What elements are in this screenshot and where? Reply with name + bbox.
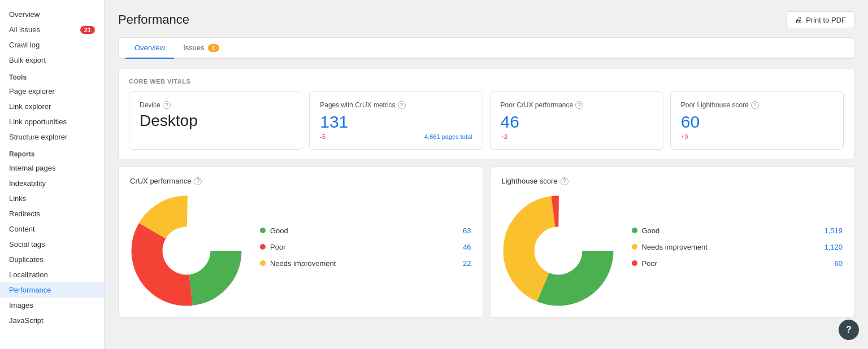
crux-pages-info-icon[interactable]: ?: [398, 101, 406, 109]
poor-lighthouse-value: 60: [681, 112, 833, 131]
crux-chart-info-icon[interactable]: ?: [194, 177, 202, 185]
sidebar-item-page-explorer[interactable]: Page explorer: [0, 84, 104, 99]
sidebar-item-images[interactable]: Images: [0, 298, 104, 313]
crux-donut: [130, 194, 243, 307]
metric-cards: Device ? Desktop Pages with CrUX metrics…: [129, 91, 844, 150]
lh-legend-item-poor: Poor 60: [632, 259, 843, 268]
print-icon: 🖨: [795, 15, 802, 24]
crux-chart-content: Good 63 Poor 46 Needs: [130, 194, 471, 307]
lh-legend-item-good: Good 1,519: [632, 226, 843, 235]
crux-poor-value: 46: [463, 243, 471, 251]
reports-header: Reports: [0, 145, 104, 160]
tab-issues[interactable]: Issues 1: [174, 38, 228, 59]
metric-card-device: Device ? Desktop: [129, 91, 302, 150]
good-dot: [260, 228, 266, 233]
crux-chart-card: CrUX performance ?: [118, 166, 483, 318]
device-value: Desktop: [140, 112, 292, 130]
sidebar-item-redirects[interactable]: Redirects: [0, 206, 104, 221]
crux-legend: Good 63 Poor 46 Needs: [260, 226, 471, 276]
poor-dot: [260, 244, 266, 250]
tab-overview[interactable]: Overview: [125, 38, 174, 59]
sidebar-item-all-issues[interactable]: All issues 21: [0, 22, 104, 37]
sidebar-item-localization[interactable]: Localization: [0, 267, 104, 282]
poor-crux-info-icon[interactable]: ?: [575, 101, 583, 109]
sidebar-item-crawl-log[interactable]: Crawl log: [0, 37, 104, 53]
print-to-pdf-button[interactable]: 🖨 Print to PDF: [786, 11, 854, 28]
sidebar-item-link-explorer[interactable]: Link explorer: [0, 99, 104, 114]
poor-lighthouse-delta: +9: [681, 133, 688, 140]
legend-item-needs-improvement: Needs improvement 22: [260, 259, 471, 268]
lighthouse-chart-info-icon[interactable]: ?: [561, 177, 568, 185]
tabs-container: Overview Issues 1: [118, 37, 854, 59]
metric-card-poor-crux: Poor CrUX performance ? 46 +2: [490, 91, 663, 150]
poor-crux-delta: +2: [501, 133, 508, 140]
crux-needs-improvement-value: 22: [463, 259, 471, 268]
lighthouse-donut: [502, 194, 615, 307]
sidebar-item-performance[interactable]: Performance: [0, 282, 104, 298]
lh-legend-item-needs-improvement: Needs improvement 1,120: [632, 243, 843, 251]
crux-donut-svg: [130, 194, 243, 307]
main-content: Performance 🖨 Print to PDF Overview Issu…: [105, 0, 868, 349]
page-title: Performance: [118, 12, 189, 27]
section-label-cwv: CORE WEB VITALS: [129, 78, 844, 85]
all-issues-badge: 21: [80, 26, 95, 34]
svg-point-7: [539, 231, 578, 271]
sidebar-item-overview[interactable]: Overview: [0, 7, 104, 22]
crux-pages-value: 131: [320, 112, 472, 131]
lighthouse-donut-svg: [502, 194, 615, 307]
sidebar-item-link-opportunities[interactable]: Link opportunities: [0, 114, 104, 129]
overview-panel: CORE WEB VITALS Device ? Desktop Pages w…: [118, 69, 854, 159]
chart-row: CrUX performance ?: [118, 166, 854, 318]
page-header: Performance 🖨 Print to PDF: [118, 11, 854, 28]
poor-lighthouse-info-icon[interactable]: ?: [751, 101, 759, 109]
tools-header: Tools: [0, 68, 104, 84]
lighthouse-chart-card: Lighthouse score ?: [490, 166, 855, 318]
crux-good-value: 63: [463, 226, 471, 235]
lh-needs-improvement-value: 1,120: [824, 243, 843, 251]
sidebar-item-internal-pages[interactable]: Internal pages: [0, 160, 104, 176]
crux-pages-total: 4,661 pages total: [424, 133, 472, 140]
crux-chart-title: CrUX performance: [130, 177, 191, 185]
lighthouse-chart-content: Good 1,519 Needs improvement 1,120: [502, 194, 843, 307]
legend-item-good: Good 63: [260, 226, 471, 235]
svg-point-3: [167, 231, 206, 271]
lh-good-value: 1,519: [824, 226, 843, 235]
sidebar-item-structure-explorer[interactable]: Structure explorer: [0, 129, 104, 145]
legend-item-poor: Poor 46: [260, 243, 471, 251]
sidebar-top-items: Overview All issues 21 Crawl log Bulk ex…: [0, 7, 104, 68]
lighthouse-legend: Good 1,519 Needs improvement 1,120: [632, 226, 843, 276]
lh-poor-value: 60: [835, 259, 843, 268]
device-info-icon[interactable]: ?: [163, 101, 171, 109]
sidebar-item-content[interactable]: Content: [0, 221, 104, 237]
sidebar: Overview All issues 21 Crawl log Bulk ex…: [0, 0, 105, 349]
lh-needs-improvement-dot: [632, 244, 637, 250]
sidebar-item-javascript[interactable]: JavaScript: [0, 313, 104, 328]
sidebar-item-social-tags[interactable]: Social tags: [0, 237, 104, 252]
help-button[interactable]: ?: [839, 320, 859, 340]
poor-crux-value: 46: [501, 112, 653, 131]
lh-good-dot: [632, 228, 637, 233]
lh-poor-dot: [632, 260, 637, 266]
crux-pages-delta: -5: [320, 133, 326, 140]
tabs: Overview Issues 1: [119, 38, 854, 59]
metric-card-crux-pages: Pages with CrUX metrics ? 131 -5 4,661 p…: [309, 91, 483, 150]
sidebar-item-duplicates[interactable]: Duplicates: [0, 252, 104, 267]
needs-improvement-dot: [260, 260, 266, 266]
sidebar-item-indexability[interactable]: Indexability: [0, 176, 104, 191]
sidebar-item-links[interactable]: Links: [0, 191, 104, 206]
metric-card-poor-lighthouse: Poor Lighthouse score ? 60 +9: [670, 91, 844, 150]
issues-tab-badge: 1: [208, 44, 219, 52]
sidebar-item-bulk-export[interactable]: Bulk export: [0, 53, 104, 68]
lighthouse-chart-title: Lighthouse score: [502, 177, 558, 185]
